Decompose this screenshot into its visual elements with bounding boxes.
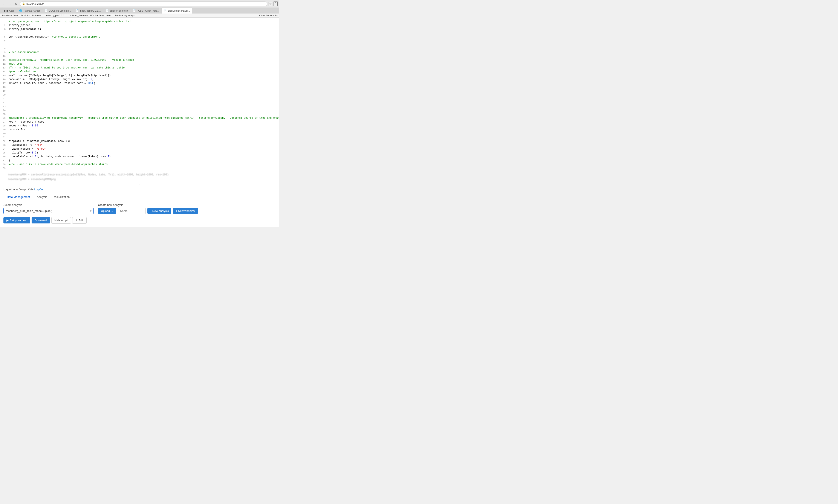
line-content-2: library(spider) xyxy=(8,23,279,27)
new-workflow-label: + New workflow xyxy=(175,209,195,213)
forward-button[interactable]: → xyxy=(8,1,13,6)
bookmark-pgls[interactable]: PGLS • Arbor - refe... xyxy=(90,14,113,17)
new-analysis-label: + New analysis xyxy=(150,209,169,213)
code-line-14: 14 #prep calculations xyxy=(0,70,279,74)
biodiversity-favicon: 📄 xyxy=(164,9,167,12)
code-line-27: 27 Ros <- rosenberg(TrRoot) xyxy=(0,120,279,124)
code-line-9: 9 #Tree-based measures xyxy=(0,51,279,54)
tab-apps-label: Apps xyxy=(9,10,14,12)
tab-biodiversity[interactable]: 📄 Biodiversity analysi... xyxy=(161,7,192,14)
line-num-5: 5 xyxy=(0,35,8,39)
ggplot-favicon: 📄 xyxy=(75,9,79,12)
code-line-6: 6 xyxy=(0,39,279,43)
tab-data-management[interactable]: Data Management xyxy=(3,194,33,200)
analysis-tab-nav: Data Management Analysis Visualization xyxy=(3,194,276,200)
code-line-32: 32 picplot3 <- function(Ros,Nodes,Labs,T… xyxy=(0,139,279,143)
tab-analysis[interactable]: Analysis xyxy=(33,194,51,200)
code-line-37: 37 } xyxy=(0,159,279,162)
code-line-5: 5 td<-"/opt/girder/tempdata" #to create … xyxy=(0,35,279,39)
login-bar: Logged in as Joseph Kelly Log Out xyxy=(0,187,279,192)
code-line-8: 8 xyxy=(0,47,279,51)
download-button[interactable]: Download xyxy=(32,217,50,223)
code-line-22: 22 xyxy=(0,101,279,105)
line-content-5: td<-"/opt/girder/tempdata" #to create se… xyxy=(8,35,279,39)
line-num-2: 2 xyxy=(0,23,8,27)
code-line-36: 36 nodelabels(pch=21, bg=Labs, node=as.n… xyxy=(0,155,279,159)
code-line-12: 12 #get tree xyxy=(0,62,279,66)
bookmark-tutorials-label: Tutorials • Arbor xyxy=(2,14,18,17)
hide-script-button[interactable]: Hide script xyxy=(51,217,71,224)
tab-pplacer-label: pplacer_demo.sh xyxy=(110,10,128,12)
code-line-18: 18 xyxy=(0,85,279,89)
line-num-3: 3 xyxy=(0,27,8,31)
setup-run-button[interactable]: ▶ Setup and run xyxy=(3,217,30,223)
browser-toolbar: ← → ↻ 🔒 52.204.9.236/# ☆ ⋮ xyxy=(0,0,279,7)
line-num-4: 4 xyxy=(0,31,8,35)
tab-index-ggplot2[interactable]: 📄 Index. ggplot2 2.1.... xyxy=(73,7,103,14)
tab-biodiversity-label: Biodiversity analysi... xyxy=(168,10,190,12)
code-line-38: 38 #Joe - anoTr is in above code where t… xyxy=(0,162,279,166)
edit-button[interactable]: ✎ Edit xyxy=(72,217,87,224)
browser-menu-button[interactable]: ⋮ xyxy=(274,1,278,6)
bookmark-ggplot[interactable]: Index. ggplot2 2.1.... xyxy=(46,14,67,17)
tab-visualization[interactable]: Visualization xyxy=(51,194,73,200)
apps-favicon: ▮▮▮ xyxy=(4,9,8,12)
logout-link[interactable]: Log Out xyxy=(34,188,44,191)
tab-pgls-label: PGLS • Arbor - refe... xyxy=(137,10,159,12)
tab-dugsim-label: DUGSIM: Estimate... xyxy=(49,10,71,12)
code-line-4: 4 xyxy=(0,31,279,35)
address-bar[interactable]: 🔒 52.204.9.236/# xyxy=(20,1,267,6)
tab-tutorials[interactable]: 🌐 Tutorials • Arbor xyxy=(17,7,42,14)
browser-chrome: ← → ↻ 🔒 52.204.9.236/# ☆ ⋮ ▮▮▮ Apps 🌐 Tu… xyxy=(0,0,279,18)
analysis-row: Select analysis rosenberg_prob_recip_mon… xyxy=(3,203,276,214)
code-line-33: 33 Labs[Nodes] <- "red" xyxy=(0,143,279,147)
line-num-1: 1 xyxy=(0,20,8,23)
bookmark-dugsim[interactable]: DUGSIM: Estimate... xyxy=(21,14,43,17)
bookmark-pplacer[interactable]: pplacer_demo.sh xyxy=(70,14,88,17)
lock-icon: 🔒 xyxy=(22,2,25,5)
tab-dugsim[interactable]: 📄 DUGSIM: Estimate... xyxy=(42,7,73,14)
bookmark-pplacer-label: pplacer_demo.sh xyxy=(70,14,88,17)
code-line-20: 20 xyxy=(0,93,279,97)
new-workflow-button[interactable]: + New workflow xyxy=(173,208,198,214)
tab-pgls[interactable]: 📄 PGLS • Arbor - refe... xyxy=(130,7,161,14)
name-input[interactable] xyxy=(118,208,146,214)
bookmark-tutorials[interactable]: Tutorials • Arbor xyxy=(2,14,18,17)
collapse-button[interactable]: ⌄ xyxy=(0,182,279,187)
bookmark-dugsim-label: DUGSIM: Estimate... xyxy=(21,14,43,17)
tabs-bar: ▮▮▮ Apps 🌐 Tutorials • Arbor 📄 DUGSIM: E… xyxy=(0,7,279,14)
create-analysis-column: Create new analysis Upload ... + New ana… xyxy=(98,203,276,214)
code-line-25: 25 xyxy=(0,112,279,116)
login-text: Logged in as Joseph Kelly xyxy=(3,188,34,191)
tab-pplacer[interactable]: 📄 pplacer_demo.sh xyxy=(103,7,130,14)
dugsim-favicon: 📄 xyxy=(45,9,48,12)
create-analysis-label: Create new analysis xyxy=(98,203,276,206)
bookmark-star-button[interactable]: ☆ xyxy=(269,2,272,6)
code-line-21: 21 xyxy=(0,97,279,101)
edit-icon: ✎ xyxy=(75,219,78,222)
code-line-16: 16 nodeRoot <- Tr$edge[which(Tr$edge.len… xyxy=(0,77,279,82)
analysis-panel: Data Management Analysis Visualization S… xyxy=(0,192,279,227)
code-line-30: 30 xyxy=(0,131,279,136)
blurred-line-1: rosenbergRMM = cardoonPlot(expression(pi… xyxy=(0,173,279,177)
tab-apps[interactable]: ▮▮▮ Apps xyxy=(2,7,17,14)
pgls-favicon: 📄 xyxy=(133,9,136,12)
analysis-select-dropdown[interactable]: rosenberg_prob_recip_mono (Spider) xyxy=(3,208,94,214)
code-line-11: 11 #species monophyly, requires Dist OR … xyxy=(0,58,279,62)
create-analysis-row: Upload ... + New analysis + New workflow xyxy=(98,208,276,214)
upload-button[interactable]: Upload ... xyxy=(98,208,116,214)
other-bookmarks[interactable]: Other Bookmarks xyxy=(259,14,278,17)
code-line-10: 10 xyxy=(0,54,279,58)
new-analysis-button[interactable]: + New analysis xyxy=(148,208,171,214)
select-analysis-column: Select analysis rosenberg_prob_recip_mon… xyxy=(3,203,94,214)
edit-label: Edit xyxy=(79,219,83,222)
code-line-2: 2 library(spider) xyxy=(0,23,279,27)
bookmark-biodiversity[interactable]: Biodiversity analysi... xyxy=(115,14,137,17)
back-button[interactable]: ← xyxy=(2,1,6,6)
code-editor[interactable]: 1 #load package spider: https://cran.r-p… xyxy=(0,18,279,172)
play-icon: ▶ xyxy=(6,219,8,222)
line-content-3: library(cardoonTools) xyxy=(8,27,279,31)
select-analysis-label: Select analysis xyxy=(3,203,94,206)
code-line-1: 1 #load package spider: https://cran.r-p… xyxy=(0,20,279,23)
reload-button[interactable]: ↻ xyxy=(14,1,18,6)
